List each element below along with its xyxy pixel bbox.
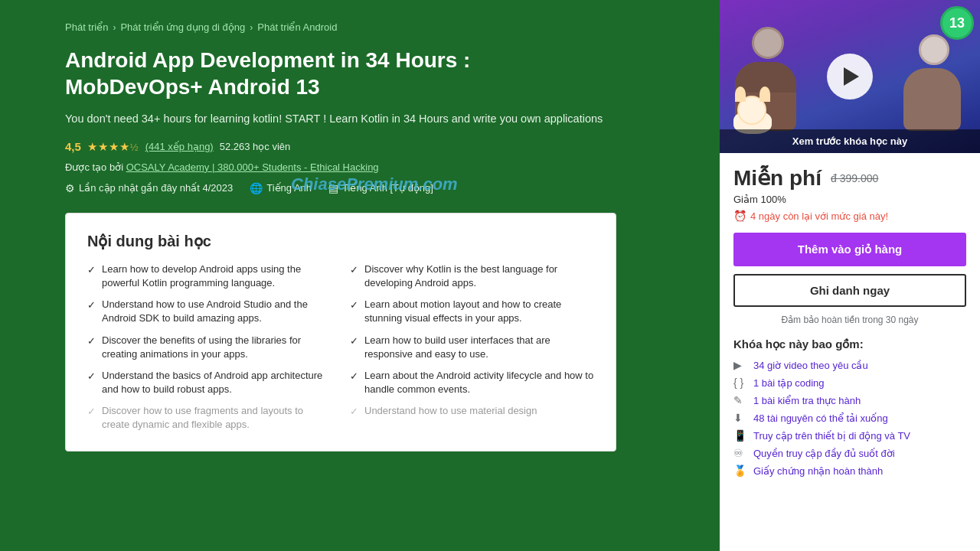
checklist-item: ✓Understand how to use material design — [350, 404, 594, 432]
right-panel: 13 Xem trước khóa học này Miễn phí đ 399… — [720, 0, 980, 551]
include-item: 📱Truy cập trên thiết bị di động và TV — [733, 429, 966, 442]
pricing-section: Miễn phí đ 399.000 Giảm 100% ⏰ 4 ngày cò… — [720, 153, 980, 325]
guarantee-text: Đảm bảo hoàn tiền trong 30 ngày — [733, 315, 966, 325]
check-icon: ✓ — [87, 334, 96, 348]
content-box-title: Nội dung bài học — [87, 232, 594, 250]
update-icon: ⚙ — [65, 182, 75, 194]
timer-icon: ⏰ — [733, 210, 746, 222]
enroll-button[interactable]: Ghi danh ngay — [733, 274, 966, 307]
check-icon: ✓ — [350, 263, 358, 277]
breadcrumb-sep-2: › — [250, 22, 253, 33]
creator-label: Được tạo bởi — [65, 161, 123, 173]
rating-count[interactable]: (441 xếp hạng) — [145, 141, 214, 152]
check-icon: ✓ — [350, 370, 358, 383]
course-description: You don't need 34+ hours for learning ko… — [65, 111, 616, 128]
breadcrumb-item-3: Phát triển Android — [257, 21, 337, 33]
breadcrumb-item-1[interactable]: Phát triển — [65, 21, 108, 33]
include-item: ⬇48 tài nguyên có thể tải xuống — [733, 412, 966, 424]
creator-link[interactable]: OCSALY Academy | 380.000+ Students - Eth… — [126, 161, 379, 173]
play-triangle-icon — [844, 67, 859, 86]
checklist-item: ✓Learn how to develop Android apps using… — [87, 262, 332, 290]
include-item: { }1 bài tập coding — [733, 377, 966, 389]
price-row: Miễn phí đ 399.000 — [733, 165, 966, 191]
quiz-icon: ✎ — [733, 394, 747, 406]
android-version-badge: 13 — [940, 6, 974, 40]
video-icon: ▶ — [733, 359, 747, 371]
meta-row: ⚙ Lần cập nhật gần đây nhất 4/2023 🌐 Tiế… — [65, 182, 674, 194]
includes-title: Khóa học này bao gồm: — [733, 337, 966, 351]
language-text: Tiếng Anh — [266, 182, 312, 194]
checklist-item: ✓Learn about the Android activity lifecy… — [350, 369, 594, 396]
checklist-item: ✓Discover why Kotlin is the best languag… — [350, 262, 594, 290]
students-count: 52.263 học viên — [220, 141, 291, 152]
breadcrumb-item-2[interactable]: Phát triển ứng dụng di động — [120, 21, 245, 33]
price-free: Miễn phí — [733, 165, 822, 191]
checklist-grid: ✓Learn how to develop Android apps using… — [87, 262, 594, 432]
infinity-icon: ♾ — [733, 447, 747, 459]
include-item: ✎1 bài kiểm tra thực hành — [733, 394, 966, 406]
checklist-item: ✓Learn how to build user interfaces that… — [350, 334, 594, 361]
check-icon: ✓ — [87, 370, 96, 383]
meta-language: 🌐 Tiếng Anh — [250, 182, 312, 194]
check-icon: ✓ — [350, 405, 358, 419]
creator-row: Được tạo bởi OCSALY Academy | 380.000+ S… — [65, 161, 674, 173]
include-item: 🏅Giấy chứng nhận hoàn thành — [733, 465, 966, 477]
includes-section: Khóa học này bao gồm: ▶34 giờ video theo… — [720, 337, 980, 477]
caption-icon: ▤ — [328, 182, 338, 194]
play-button[interactable] — [827, 54, 873, 99]
mobile-icon: 📱 — [733, 429, 747, 442]
check-icon: ✓ — [87, 405, 96, 419]
checklist-item: ✓Learn about motion layout and how to cr… — [350, 298, 594, 325]
left-panel: Phát triển › Phát triển ứng dụng di động… — [0, 0, 720, 551]
checklist-item: ✓Understand how to use Android Studio an… — [87, 298, 332, 325]
course-title: Android App Development in 34 Hours : Mo… — [65, 47, 674, 100]
timer-row: ⏰ 4 ngày còn lại với mức giá này! — [733, 210, 966, 222]
globe-icon: 🌐 — [250, 182, 263, 194]
check-icon: ✓ — [87, 298, 96, 312]
main-layout: Phát triển › Phát triển ứng dụng di động… — [0, 0, 980, 551]
download-icon: ⬇ — [733, 412, 747, 424]
certificate-icon: 🏅 — [733, 465, 747, 477]
content-box: Nội dung bài học ✓Learn how to develop A… — [65, 213, 616, 452]
check-icon: ✓ — [350, 298, 358, 312]
includes-list: ▶34 giờ video theo yêu cầu{ }1 bài tập c… — [733, 359, 966, 477]
code-icon: { } — [733, 377, 747, 389]
preview-label: Xem trước khóa học này — [720, 129, 980, 153]
check-icon: ✓ — [87, 263, 96, 277]
include-item: ▶34 giờ video theo yêu cầu — [733, 359, 966, 371]
rating-row: 4,5 ★★★★½ (441 xếp hạng) 52.263 học viên — [65, 140, 674, 154]
meta-subtitle: ▤ Tiếng Anh [Tự động] — [328, 182, 433, 194]
subtitle-text: Tiếng Anh [Tự động] — [342, 182, 433, 194]
timer-text: 4 ngày còn lại với mức giá này! — [750, 210, 888, 222]
breadcrumb-sep-1: › — [113, 22, 116, 33]
discount-text: Giảm 100% — [733, 194, 966, 205]
add-to-cart-button[interactable]: Thêm vào giỏ hàng — [733, 233, 966, 266]
include-item: ♾Quyền truy cập đầy đủ suốt đời — [733, 447, 966, 459]
checklist-item: ✓Discover the benefits of using the libr… — [87, 334, 332, 361]
checklist-item: ✓Discover how to use fragments and layou… — [87, 404, 332, 432]
stars-display: ★★★★½ — [87, 140, 139, 154]
rating-number: 4,5 — [65, 140, 81, 153]
breadcrumb: Phát triển › Phát triển ứng dụng di động… — [65, 21, 674, 33]
meta-updated: ⚙ Lần cập nhật gần đây nhất 4/2023 — [65, 182, 233, 194]
check-icon: ✓ — [350, 334, 358, 348]
updated-text: Lần cập nhật gần đây nhất 4/2023 — [79, 182, 233, 194]
course-preview[interactable]: 13 Xem trước khóa học này — [720, 0, 980, 153]
price-original: đ 399.000 — [831, 172, 878, 184]
checklist-item: ✓Understand the basics of Android app ar… — [87, 369, 332, 396]
